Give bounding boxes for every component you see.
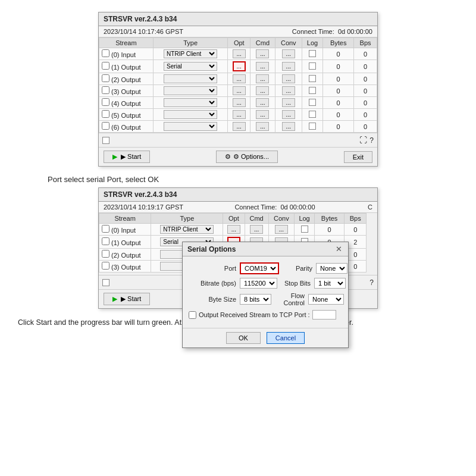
stream-log-cell[interactable] <box>302 48 322 60</box>
stream-log-checkbox[interactable] <box>309 62 316 70</box>
start-button-1[interactable]: ▶ ▶ Start <box>104 151 150 163</box>
stream-cmd-cell[interactable]: ... <box>250 121 275 133</box>
stream-log-cell[interactable] <box>295 224 315 236</box>
exit-button-1[interactable]: Exit <box>344 151 372 163</box>
stream-type-select[interactable] <box>164 98 217 107</box>
stream-opt-button[interactable]: ... <box>233 110 246 119</box>
stream-type-cell[interactable] <box>153 109 228 121</box>
stopbits-select[interactable]: 1 bit2 bits <box>314 278 346 289</box>
stream-log-cell[interactable] <box>302 85 322 97</box>
stream-conv-button[interactable]: ... <box>282 49 295 58</box>
stream-opt-button[interactable]: ... <box>233 122 246 131</box>
stream-conv-button[interactable]: ... <box>282 110 295 119</box>
stream-log-cell[interactable] <box>302 109 322 121</box>
start-button-2[interactable]: ▶ ▶ Start <box>104 293 150 305</box>
options-button-1[interactable]: ⚙ ⚙ Options... <box>216 151 278 163</box>
stream-type-cell[interactable] <box>153 73 228 85</box>
stream-type-select[interactable]: Serial <box>164 62 217 71</box>
bytesize-select[interactable]: 8 bits7 bits <box>240 294 271 305</box>
stream-enable-checkbox[interactable] <box>102 49 109 57</box>
stream-conv-cell[interactable]: ... <box>275 121 302 133</box>
stream-cmd-button[interactable]: ... <box>256 49 269 58</box>
flowcontrol-select[interactable]: NoneHardwareSoftware <box>308 294 344 305</box>
stream-opt-cell[interactable]: ... <box>228 60 250 73</box>
stream-cmd-cell[interactable]: ... <box>245 224 268 236</box>
stream-enable-checkbox[interactable] <box>102 122 109 130</box>
stream-enable-checkbox[interactable] <box>102 98 109 106</box>
stream-conv-cell[interactable]: ... <box>268 224 294 236</box>
stream-opt-button[interactable]: ... <box>233 74 246 83</box>
stream-enable-checkbox[interactable] <box>102 110 109 118</box>
stream-cmd-button[interactable]: ... <box>256 98 269 107</box>
stream-conv-button[interactable]: ... <box>282 86 295 95</box>
stream-cmd-cell[interactable]: ... <box>250 97 275 109</box>
stream-cmd-cell[interactable]: ... <box>250 73 275 85</box>
stream-type-select[interactable]: NTRIP Client <box>164 49 217 58</box>
stream-cmd-cell[interactable]: ... <box>250 48 275 60</box>
stream-log-cell[interactable] <box>302 121 322 133</box>
dialog-ok-button[interactable]: OK <box>226 332 261 344</box>
stream-conv-button[interactable]: ... <box>275 225 288 234</box>
stream-enable-checkbox[interactable] <box>102 225 109 233</box>
stream-type-cell[interactable]: NTRIP Client <box>153 48 228 60</box>
stream-enable-checkbox[interactable] <box>102 262 109 270</box>
output-tcp-checkbox[interactable] <box>189 311 196 319</box>
stream-log-checkbox[interactable] <box>309 75 316 82</box>
tcp-port-input[interactable] <box>312 310 336 320</box>
stream-conv-button[interactable]: ... <box>282 62 295 71</box>
stream-conv-cell[interactable]: ... <box>275 85 302 97</box>
stream-conv-button[interactable]: ... <box>282 74 295 83</box>
stream-type-select[interactable]: NTRIP Client <box>160 225 214 234</box>
stream-opt-button[interactable]: ... <box>233 61 246 71</box>
stream-type-select[interactable] <box>164 122 217 131</box>
stream-opt-button[interactable]: ... <box>233 86 246 95</box>
stream-opt-cell[interactable]: ... <box>228 48 250 60</box>
stream-type-cell[interactable]: NTRIP Client <box>151 224 223 236</box>
stream-enable-checkbox[interactable] <box>102 237 109 245</box>
dialog-close-button[interactable]: ✕ <box>334 245 343 253</box>
stream-cmd-cell[interactable]: ... <box>250 85 275 97</box>
stream-cmd-button[interactable]: ... <box>256 62 269 71</box>
bitrate-select[interactable]: 11520096001920038400 <box>240 278 277 289</box>
log-checkbox-2[interactable] <box>102 279 109 286</box>
stream-opt-cell[interactable]: ... <box>228 85 250 97</box>
stream-cmd-cell[interactable]: ... <box>250 60 275 73</box>
stream-opt-cell[interactable]: ... <box>228 109 250 121</box>
stream-log-checkbox[interactable] <box>309 87 316 94</box>
stream-conv-cell[interactable]: ... <box>275 60 302 73</box>
stream-log-checkbox[interactable] <box>309 99 316 106</box>
stream-enable-checkbox[interactable] <box>102 74 109 82</box>
stream-type-select[interactable] <box>164 86 217 95</box>
stream-opt-cell[interactable]: ... <box>228 97 250 109</box>
stream-cmd-button[interactable]: ... <box>256 86 269 95</box>
stream-type-cell[interactable]: Serial <box>153 60 228 73</box>
dialog-cancel-button[interactable]: Cancel <box>267 332 305 344</box>
stream-opt-cell[interactable]: ... <box>228 121 250 133</box>
parity-select[interactable]: NoneEvenOdd <box>316 263 347 274</box>
stream-log-checkbox[interactable] <box>309 111 316 118</box>
question-icon-1[interactable]: ? <box>369 136 374 145</box>
stream-cmd-button[interactable]: ... <box>256 74 269 83</box>
stream-type-select[interactable] <box>164 74 217 83</box>
stream-log-checkbox[interactable] <box>301 226 308 233</box>
stream-type-cell[interactable] <box>153 97 228 109</box>
stream-cmd-button[interactable]: ... <box>256 122 269 131</box>
port-select[interactable]: COM19 COM1COM2COM3 <box>240 262 279 274</box>
stream-opt-button[interactable]: ... <box>227 225 240 234</box>
stream-opt-button[interactable]: ... <box>233 98 246 107</box>
stream-conv-button[interactable]: ... <box>282 122 295 131</box>
stream-opt-cell[interactable]: ... <box>223 224 245 236</box>
stream-conv-cell[interactable]: ... <box>275 48 302 60</box>
stream-enable-checkbox[interactable] <box>102 250 109 258</box>
question-icon-2[interactable]: ? <box>369 278 374 287</box>
stream-opt-button[interactable]: ... <box>233 49 246 58</box>
stream-type-cell[interactable] <box>153 85 228 97</box>
stream-conv-cell[interactable]: ... <box>275 109 302 121</box>
stream-conv-button[interactable]: ... <box>282 98 295 107</box>
stream-log-cell[interactable] <box>302 97 322 109</box>
stream-opt-cell[interactable]: ... <box>228 73 250 85</box>
stream-log-checkbox[interactable] <box>309 50 316 57</box>
stream-enable-checkbox[interactable] <box>102 86 109 94</box>
stream-conv-cell[interactable]: ... <box>275 73 302 85</box>
stream-log-cell[interactable] <box>302 73 322 85</box>
